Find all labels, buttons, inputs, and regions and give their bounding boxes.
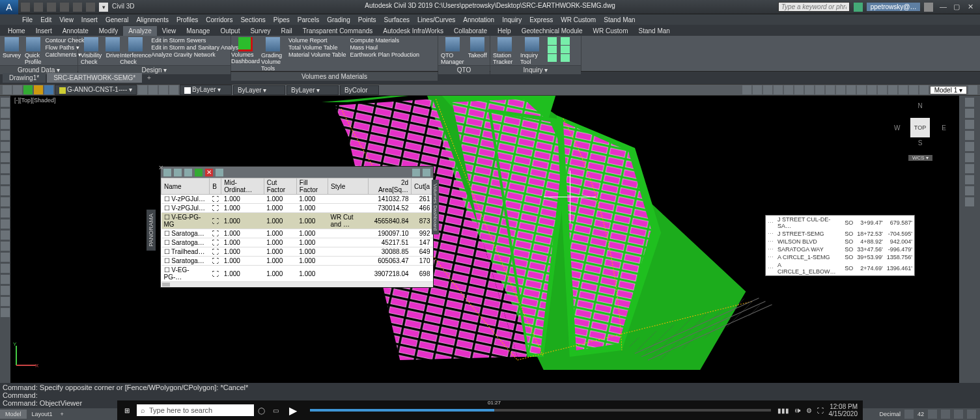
nav-icon[interactable] (867, 85, 876, 94)
model-tab[interactable]: Model (0, 410, 27, 419)
nav-icon[interactable] (815, 85, 824, 94)
col-cutvol[interactable]: Cut[a (412, 178, 433, 195)
table-row[interactable]: ☐ Saratoga…⛶1.0001.0001.00045217.51147 (161, 238, 433, 247)
nav-icon[interactable] (919, 85, 929, 94)
station-tracker-button[interactable]: Station Tracker (493, 37, 516, 65)
viewcube-n[interactable]: N (894, 102, 946, 109)
ltool-icon[interactable] (1, 175, 10, 184)
ltool-icon[interactable] (1, 264, 10, 273)
start-button[interactable]: ⊞ (117, 407, 137, 414)
menu-profiles[interactable]: Profiles (173, 16, 202, 23)
mass-haul-button[interactable]: Mass Haul (350, 44, 419, 51)
panel-close-icon[interactable]: ✕ (158, 164, 163, 171)
tab-infraworks[interactable]: Autodesk InfraWorks (378, 26, 449, 36)
menu-inquiry[interactable]: Inquiry (498, 16, 525, 23)
table-row[interactable]: ☐ Trailhead…⛶1.0001.0001.00030088.85649 (161, 247, 433, 257)
video-progress-bar[interactable]: 01:27 (310, 409, 771, 412)
layer-tool-3[interactable] (159, 85, 168, 94)
doc-tab-0[interactable]: Drawing1* (3, 73, 46, 83)
minimize-button[interactable]: — (937, 3, 949, 10)
nav-icon[interactable] (857, 85, 866, 94)
ltool-icon[interactable] (1, 297, 10, 306)
nav-icon[interactable] (763, 85, 772, 94)
rtool-icon[interactable] (965, 186, 974, 195)
ltool-icon[interactable] (1, 120, 10, 129)
viewcube-w[interactable]: W (894, 124, 900, 132)
prop-icon-1[interactable] (3, 85, 12, 94)
tray-date[interactable]: 4/15/2020 (829, 410, 858, 417)
col-fill[interactable]: Fill Factor (296, 178, 328, 195)
rtool-icon[interactable] (965, 153, 974, 162)
storm-sewers-button[interactable]: Edit in Storm Sewers (151, 37, 242, 44)
vd-settings-icon[interactable] (423, 169, 430, 176)
survey-button[interactable]: Survey (3, 37, 21, 59)
prop-icon-3[interactable] (23, 85, 33, 94)
menu-general[interactable]: General (102, 16, 133, 23)
tab-output[interactable]: Output (215, 26, 245, 36)
drive-button[interactable]: Drive (105, 37, 120, 59)
lineweight-combo[interactable]: ByLayer ▾ (287, 85, 339, 95)
menu-wrcustom[interactable]: WR Custom (557, 16, 600, 23)
nav-icon[interactable] (774, 85, 783, 94)
qat-save-icon[interactable] (47, 3, 56, 12)
maximize-button[interactable]: ▢ (951, 3, 962, 11)
table-row[interactable]: ☐ V-EG-PG-…⛶1.0001.0001.0003907218.04698 (161, 266, 433, 282)
taskbar-search[interactable]: ⌕ Type here to search (137, 404, 254, 416)
nav-icon[interactable] (753, 85, 762, 94)
col-cut[interactable]: Cut Factor (264, 178, 296, 195)
tab-home[interactable]: Home (3, 26, 31, 36)
tab-wrcustom[interactable]: WR Custom (588, 26, 634, 36)
tab-geotech[interactable]: Geotechnical Module (516, 26, 588, 36)
ltool-icon[interactable] (1, 164, 10, 173)
tab-standman[interactable]: Stand Man (634, 26, 675, 36)
vd-hscrollbar[interactable] (161, 282, 433, 287)
col-mid[interactable]: Mid-Ordinat… (221, 178, 264, 195)
tab-help[interactable]: Help (492, 26, 516, 36)
video-play-button[interactable]: ▶ (283, 404, 303, 417)
tab-view[interactable]: View (157, 26, 182, 36)
nav-icon[interactable] (794, 85, 804, 94)
close-button[interactable]: ✕ (964, 3, 976, 11)
tab-annotate[interactable]: Annotate (57, 26, 94, 36)
viewcube[interactable]: N W E S TOP WCS ▾ (894, 102, 946, 161)
rtool-icon[interactable] (965, 164, 974, 173)
ltool-icon[interactable] (1, 131, 10, 140)
rtool-icon[interactable] (965, 197, 974, 206)
tab-insert[interactable]: Insert (31, 26, 57, 36)
qat-redo-icon[interactable] (73, 3, 82, 12)
inquiry-ic1[interactable] (548, 37, 557, 45)
clean-icon[interactable] (954, 410, 963, 419)
network-icon[interactable]: ▮▮▮ (777, 407, 789, 414)
view-combo[interactable]: Model 1 ▾ (930, 86, 967, 94)
vd-table[interactable]: Name B Mid-Ordinat… Cut Factor Fill Fact… (161, 178, 433, 282)
nav-icon[interactable] (909, 85, 918, 94)
inquiry-ic5[interactable] (561, 46, 570, 53)
vd-report-icon[interactable] (216, 169, 223, 176)
takeoff-button[interactable]: Takeoff (468, 37, 487, 59)
ltool-icon[interactable] (1, 153, 10, 162)
infocenter-signin-icon[interactable] (854, 3, 863, 12)
volume-report-button[interactable]: Volume Report (288, 37, 346, 44)
ltool-icon[interactable] (1, 219, 10, 229)
layout-plus[interactable]: + (58, 410, 66, 419)
menu-express[interactable]: Express (525, 16, 557, 23)
menu-pipes[interactable]: Pipes (270, 16, 294, 23)
gravity-network-button[interactable]: Analyze Gravity Network (151, 51, 242, 58)
volumes-dashboard-tab[interactable]: Volumes Dashboard (432, 180, 439, 234)
compute-materials-button[interactable]: Compute Materials (350, 37, 419, 44)
nav-icon[interactable] (826, 85, 835, 94)
menu-sections[interactable]: Sections (236, 16, 269, 23)
ltool-icon[interactable] (1, 109, 10, 118)
visibility-check-button[interactable]: Visibility Check (81, 37, 102, 65)
col-area[interactable]: 2d Area[Sq… (368, 178, 411, 195)
vd-add-icon[interactable] (163, 169, 171, 176)
user-badge[interactable]: ppetrowsky@… (867, 3, 921, 11)
ltool-icon[interactable] (1, 308, 10, 317)
volumes-dashboard-panel[interactable]: ✕ Volumes Dashboard ✕ Name B Mid-Ordinat… (160, 166, 434, 288)
col-b[interactable]: B (210, 178, 221, 195)
vd-refresh-icon[interactable] (184, 169, 192, 176)
qat-new-icon[interactable] (21, 3, 30, 12)
quick-profile-button[interactable]: Quick Profile (25, 37, 42, 65)
panel-label[interactable]: Inquiry ▾ (490, 65, 581, 74)
menu-file[interactable]: File (18, 16, 36, 23)
